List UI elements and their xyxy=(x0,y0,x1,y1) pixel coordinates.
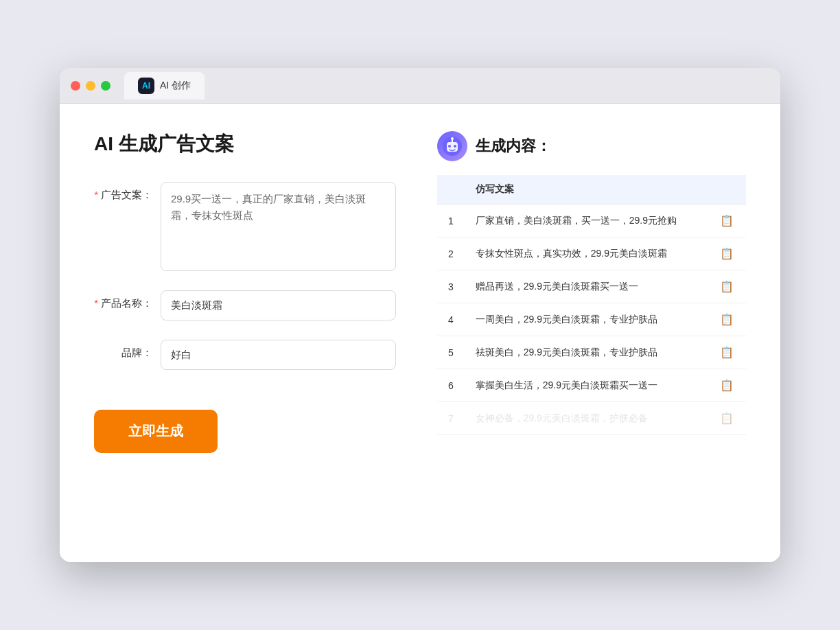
ad-label: *广告文案： xyxy=(94,182,152,202)
product-label: *产品名称： xyxy=(94,290,152,310)
svg-point-5 xyxy=(454,145,456,148)
tab-icon: AI xyxy=(138,78,154,94)
copy-icon[interactable]: 📋 xyxy=(719,213,735,228)
row-text: 厂家直销，美白淡斑霜，买一送一，29.9元抢购 xyxy=(465,205,705,237)
svg-point-2 xyxy=(451,137,454,140)
required-star-ad: * xyxy=(94,189,98,200)
copy-cell: 📋 xyxy=(705,369,746,402)
maximize-button[interactable] xyxy=(101,81,110,91)
row-text: 祛斑美白，29.9元美白淡斑霜，专业护肤品 xyxy=(465,336,705,369)
svg-point-4 xyxy=(448,145,451,148)
copy-icon[interactable]: 📋 xyxy=(719,345,735,360)
row-number: 3 xyxy=(437,270,465,303)
results-table: 仿写文案 1厂家直销，美白淡斑霜，买一送一，29.9元抢购📋2专抹女性斑点，真实… xyxy=(437,175,746,435)
product-name-group: *产品名称： xyxy=(94,290,396,320)
copy-cell: 📋 xyxy=(705,237,746,270)
table-row: 2专抹女性斑点，真实功效，29.9元美白淡斑霜📋 xyxy=(437,237,746,270)
copy-cell: 📋 xyxy=(705,205,746,237)
row-text: 赠品再送，29.9元美白淡斑霜买一送一 xyxy=(465,270,705,303)
col-text-header: 仿写文案 xyxy=(465,175,705,205)
ad-copy-group: *广告文案： 29.9买一送一，真正的厂家直销，美白淡斑霜，专抹女性斑点 xyxy=(94,182,396,271)
browser-window: AI AI 创作 AI 生成广告文案 *广告文案： 29.9买一送一，真正的厂家… xyxy=(60,68,780,562)
tab-ai[interactable]: AI AI 创作 xyxy=(124,72,205,100)
copy-icon[interactable]: 📋 xyxy=(719,378,735,393)
copy-icon[interactable]: 📋 xyxy=(719,246,735,261)
copy-icon[interactable]: 📋 xyxy=(719,312,735,327)
close-button[interactable] xyxy=(71,81,80,91)
table-row: 6掌握美白生活，29.9元美白淡斑霜买一送一📋 xyxy=(437,369,746,402)
row-number: 5 xyxy=(437,336,465,369)
row-number: 4 xyxy=(437,303,465,336)
row-text: 一周美白，29.9元美白淡斑霜，专业护肤品 xyxy=(465,303,705,336)
left-panel: AI 生成广告文案 *广告文案： 29.9买一送一，真正的厂家直销，美白淡斑霜，… xyxy=(94,131,396,535)
row-text: 掌握美白生活，29.9元美白淡斑霜买一送一 xyxy=(465,369,705,402)
copy-icon[interactable]: 📋 xyxy=(719,411,735,425)
table-row: 4一周美白，29.9元美白淡斑霜，专业护肤品📋 xyxy=(437,303,746,336)
traffic-lights xyxy=(71,81,110,91)
ad-copy-textarea[interactable]: 29.9买一送一，真正的厂家直销，美白淡斑霜，专抹女性斑点 xyxy=(161,182,396,271)
copy-icon[interactable]: 📋 xyxy=(719,279,735,294)
brand-group: 品牌： xyxy=(94,340,396,370)
copy-cell: 📋 xyxy=(705,303,746,336)
row-number: 1 xyxy=(437,205,465,237)
right-header: 生成内容： xyxy=(437,131,746,161)
row-text: 女神必备，29.9元美白淡斑霜，护肤必备 xyxy=(465,402,705,435)
table-row: 7女神必备，29.9元美白淡斑霜，护肤必备📋 xyxy=(437,402,746,435)
copy-cell: 📋 xyxy=(705,402,746,435)
tab-label: AI 创作 xyxy=(160,80,191,92)
brand-input[interactable] xyxy=(161,340,396,370)
col-num-header xyxy=(437,175,465,205)
row-number: 2 xyxy=(437,237,465,270)
row-text: 专抹女性斑点，真实功效，29.9元美白淡斑霜 xyxy=(465,237,705,270)
minimize-button[interactable] xyxy=(86,81,95,91)
copy-cell: 📋 xyxy=(705,270,746,303)
right-title: 生成内容： xyxy=(476,136,551,156)
row-number: 6 xyxy=(437,369,465,402)
table-row: 3赠品再送，29.9元美白淡斑霜买一送一📋 xyxy=(437,270,746,303)
ai-avatar xyxy=(437,131,467,161)
generate-button[interactable]: 立即生成 xyxy=(94,410,218,453)
page-title: AI 生成广告文案 xyxy=(94,131,396,157)
copy-cell: 📋 xyxy=(705,336,746,369)
titlebar: AI AI 创作 xyxy=(60,68,780,104)
table-row: 1厂家直销，美白淡斑霜，买一送一，29.9元抢购📋 xyxy=(437,205,746,237)
col-copy-header xyxy=(705,175,746,205)
product-name-input[interactable] xyxy=(161,290,396,320)
table-row: 5祛斑美白，29.9元美白淡斑霜，专业护肤品📋 xyxy=(437,336,746,369)
required-star-product: * xyxy=(94,297,98,309)
right-panel: 生成内容： 仿写文案 1厂家直销，美白淡斑霜，买一送一，29.9元抢购📋2专抹女… xyxy=(437,131,746,535)
main-content: AI 生成广告文案 *广告文案： 29.9买一送一，真正的厂家直销，美白淡斑霜，… xyxy=(60,104,780,562)
brand-label: 品牌： xyxy=(94,340,152,360)
row-number: 7 xyxy=(437,402,465,435)
